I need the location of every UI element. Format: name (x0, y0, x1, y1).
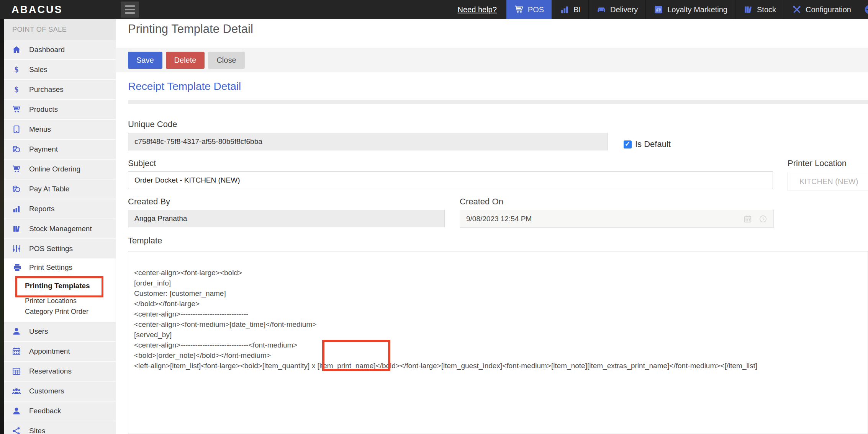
sidebar-menu: POINT OF SALE Dashboard $ Sales $ Purcha… (4, 19, 116, 434)
add-app-button[interactable] (859, 0, 868, 19)
created-by-label: Created By (128, 197, 170, 207)
created-on-value: 9/08/2023 12:54 PM (466, 215, 532, 223)
is-default-checkbox-row[interactable]: Is Default (624, 139, 671, 149)
main-content: Printing Template Detail Save Delete Clo… (116, 19, 868, 434)
svg-text:@: @ (656, 7, 661, 13)
cart-icon (11, 105, 21, 114)
users-icon (11, 387, 21, 396)
sidebar-item-sales[interactable]: $ Sales (4, 60, 116, 80)
background-edge-strip (0, 19, 4, 434)
sidebar-item-payment[interactable]: Payment (4, 140, 116, 160)
car-icon (596, 5, 606, 15)
sidebar-item-customers[interactable]: Customers (4, 382, 116, 401)
brand-zone: ABACUS (0, 0, 116, 19)
clock-icon[interactable] (759, 215, 767, 223)
calendar-icon (11, 347, 21, 356)
created-by-field: Angga Pranatha (128, 210, 445, 227)
printer-icon (12, 263, 22, 272)
top-nav-right: Need help? POS BI Delivery @ Loyalty Mar… (449, 0, 868, 19)
user-icon (11, 327, 21, 336)
brand-logo: ABACUS (11, 4, 63, 16)
sidebar-item-print-settings[interactable]: Print Settings (4, 259, 116, 276)
sidebar-print-settings-group: Print Settings Printing Templates Printe… (4, 259, 116, 322)
tools-icon (792, 5, 802, 15)
sidebar-item-category-print-order[interactable]: Category Print Order (4, 306, 116, 317)
sidebar-item-dashboard[interactable]: Dashboard (4, 40, 116, 60)
sidebar-item-users[interactable]: Users (4, 322, 116, 342)
at-badge-icon: @ (653, 5, 663, 15)
svg-text:$: $ (15, 65, 19, 74)
created-on-label: Created On (460, 197, 503, 207)
nav-item-stock[interactable]: Stock (735, 0, 784, 19)
nav-item-bi[interactable]: BI (552, 0, 588, 19)
sidebar-item-reservations[interactable]: Reservations (4, 362, 116, 382)
template-textarea[interactable]: <center-align><font-large><bold> [order_… (128, 251, 868, 434)
template-label: Template (128, 236, 162, 246)
hamburger-icon (125, 5, 135, 7)
is-default-label: Is Default (635, 139, 671, 149)
save-button[interactable]: Save (128, 52, 162, 69)
plus-circle-icon (864, 5, 868, 15)
coins-icon (11, 145, 21, 154)
close-button[interactable]: Close (208, 52, 244, 69)
sliders-icon (11, 244, 21, 253)
sidebar-item-sites[interactable]: Sites (4, 421, 116, 434)
sidebar-item-products[interactable]: Products (4, 100, 116, 120)
unique-code-label: Unique Code (128, 119, 177, 129)
section-title: Receipt Template Detail (128, 80, 241, 93)
sidebar-item-pos-settings[interactable]: POS Settings (4, 239, 116, 259)
calendar-icon[interactable] (744, 215, 752, 223)
printer-location-field[interactable]: KITCHEN (NEW) (788, 172, 868, 191)
unique-code-field: c758f48c-75f8-4317-af55-80b5f8cf6bba (128, 133, 608, 150)
dollar-icon: $ (11, 85, 21, 94)
share-icon (11, 426, 21, 434)
sidebar: POINT OF SALE Dashboard $ Sales $ Purcha… (0, 19, 116, 434)
nav-item-pos[interactable]: POS (506, 0, 552, 19)
sidebar-item-menus[interactable]: Menus (4, 120, 116, 140)
is-default-checkbox[interactable] (624, 140, 632, 148)
cart-icon (11, 165, 21, 174)
top-nav: ABACUS Need help? POS BI Delivery @ Loya… (0, 0, 868, 19)
ledger-icon (11, 224, 21, 233)
home-icon (11, 45, 21, 54)
hamburger-menu-button[interactable] (121, 2, 139, 18)
grid-icon (11, 367, 21, 376)
sidebar-item-printer-locations[interactable]: Printer Locations (4, 296, 116, 306)
sidebar-item-appointment[interactable]: Appointment (4, 342, 116, 362)
cart-icon (514, 5, 524, 15)
delete-button[interactable]: Delete (166, 52, 205, 69)
toolbar: Save Delete Close (116, 48, 868, 72)
subject-label: Subject (128, 158, 156, 168)
sidebar-item-online-ordering[interactable]: Online Ordering (4, 160, 116, 179)
need-help-link[interactable]: Need help? (449, 0, 506, 19)
dollar-icon: $ (11, 65, 21, 74)
sidebar-item-printing-templates[interactable]: Printing Templates (4, 276, 116, 296)
printer-location-label: Printer Location (788, 158, 847, 168)
sidebar-item-stock-management[interactable]: Stock Management (4, 219, 116, 239)
svg-text:$: $ (15, 85, 19, 94)
tablet-icon (11, 125, 21, 134)
nav-item-delivery[interactable]: Delivery (588, 0, 645, 19)
sidebar-item-feedback[interactable]: Feedback (4, 401, 116, 421)
coins-icon (11, 184, 21, 194)
subject-field[interactable]: Order Docket - KITCHEN (NEW) (128, 171, 773, 189)
template-content: <center-align><font-large><bold> [order_… (128, 251, 868, 371)
nav-item-configuration[interactable]: Configuration (784, 0, 859, 19)
sidebar-item-pay-at-table[interactable]: Pay At Table (4, 179, 116, 199)
section-divider (128, 100, 868, 104)
bar-chart-icon (560, 5, 570, 15)
bar-chart-icon (11, 204, 21, 214)
sidebar-item-purchases[interactable]: $ Purchases (4, 80, 116, 100)
sidebar-item-reports[interactable]: Reports (4, 199, 116, 219)
user-icon (11, 406, 21, 416)
nav-item-loyalty-marketing[interactable]: @ Loyalty Marketing (645, 0, 735, 19)
page-title: Printing Template Detail (128, 22, 253, 36)
sidebar-section-title: POINT OF SALE (4, 19, 116, 40)
created-on-field: 9/08/2023 12:54 PM (460, 210, 774, 228)
ledger-icon (743, 5, 753, 15)
